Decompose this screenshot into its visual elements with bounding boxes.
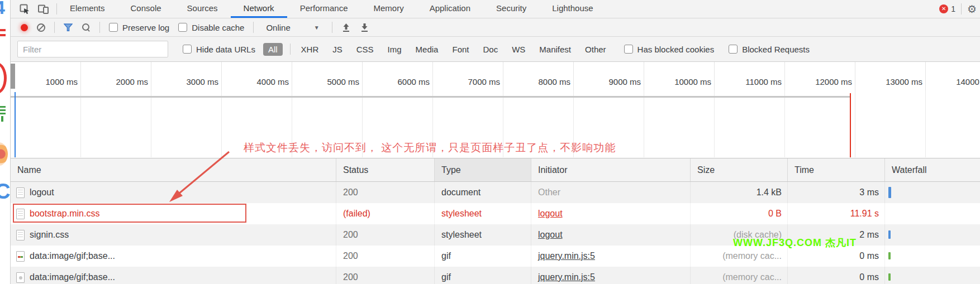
has-blocked-cookies-label: Has blocked cookies — [638, 45, 715, 54]
disable-cache-checkbox[interactable] — [178, 23, 187, 32]
column-header-waterfall[interactable]: Waterfall — [884, 158, 980, 181]
tab-sources[interactable]: Sources — [174, 0, 231, 18]
waterfall-bar — [888, 252, 891, 259]
column-header-time[interactable]: Time — [787, 158, 884, 181]
timeline-tick: 3000 ms — [151, 62, 222, 90]
timeline-tick: 11000 ms — [715, 62, 785, 90]
blocked-requests-control[interactable]: Blocked Requests — [729, 45, 810, 54]
waterfall-bar — [888, 187, 891, 198]
tab-elements[interactable]: Elements — [57, 0, 118, 18]
clear-button[interactable] — [37, 23, 45, 32]
device-toolbar-icon[interactable] — [38, 4, 49, 14]
timeline-tick: 9000 ms — [574, 62, 644, 90]
filter-pill-manifest[interactable]: Manifest — [536, 43, 574, 56]
filter-pill-media[interactable]: Media — [412, 43, 442, 56]
filter-pill-xhr[interactable]: XHR — [298, 43, 322, 56]
requests-table: Name Status Type Initiator Size Time Wat… — [11, 158, 980, 284]
initiator-link[interactable]: logout — [538, 209, 563, 219]
tab-console[interactable]: Console — [118, 0, 174, 18]
request-waterfall — [884, 224, 980, 246]
filter-input[interactable] — [17, 41, 168, 57]
has-blocked-cookies-control[interactable]: Has blocked cookies — [624, 45, 715, 54]
annotation-text: 样式文件丢失，访问不到， 这个无所谓，只是页面样子丑了点，不影响功能 — [244, 141, 616, 155]
preserve-log-checkbox[interactable] — [109, 23, 118, 32]
error-badge[interactable]: ✕ 1 — [939, 4, 955, 13]
filter-pill-ws[interactable]: WS — [508, 43, 529, 56]
request-type: document — [434, 182, 531, 203]
hide-data-urls-checkbox[interactable] — [183, 45, 192, 54]
tab-performance[interactable]: Performance — [287, 0, 361, 18]
tab-network[interactable]: Network — [231, 0, 287, 18]
disable-cache-control[interactable]: Disable cache — [178, 23, 244, 32]
table-header: Name Status Type Initiator Size Time Wat… — [11, 158, 980, 182]
blocked-requests-checkbox[interactable] — [729, 45, 738, 54]
throttling-dropdown[interactable]: Online ▼ — [263, 23, 322, 32]
table-row[interactable]: logout 200 document Other 1.4 kB 3 ms — [11, 182, 980, 203]
devtools-tab-bar: Elements Console Sources Network Perform… — [11, 0, 980, 18]
request-waterfall — [884, 267, 980, 284]
chevron-down-icon: ▼ — [314, 25, 320, 31]
document-file-icon — [16, 187, 25, 198]
network-overview[interactable]: 样式文件丢失，访问不到， 这个无所谓，只是页面样子丑了点，不影响功能 — [11, 90, 980, 157]
request-waterfall — [884, 203, 980, 224]
import-har-icon[interactable] — [341, 23, 351, 32]
separator — [54, 22, 55, 33]
request-time: 11.91 s — [787, 203, 884, 224]
export-har-icon[interactable] — [360, 23, 369, 32]
preserve-log-control[interactable]: Preserve log — [109, 23, 169, 32]
waterfall-bar — [888, 230, 891, 239]
timeline-ruler[interactable]: 1000 ms 2000 ms 3000 ms 4000 ms 5000 ms … — [11, 62, 980, 90]
filter-pill-all[interactable]: All — [263, 43, 283, 56]
has-blocked-cookies-checkbox[interactable] — [624, 45, 633, 54]
red-equals-fragment — [0, 29, 6, 39]
load-event-line — [850, 93, 851, 157]
left-strip: 4 C — [0, 0, 10, 284]
timeline-tick: 13000 ms — [855, 62, 926, 90]
settings-gear-icon[interactable]: ⚙ — [967, 3, 977, 16]
initiator-link[interactable]: logout — [538, 230, 563, 240]
hide-data-urls-control[interactable]: Hide data URLs — [183, 45, 255, 54]
network-toolbar: Preserve log Disable cache Online ▼ — [11, 18, 980, 37]
column-header-initiator[interactable]: Initiator — [531, 158, 690, 181]
tab-memory[interactable]: Memory — [361, 0, 417, 18]
timeline-tick: 2000 ms — [81, 62, 151, 90]
filter-funnel-icon[interactable] — [64, 23, 73, 32]
preserve-log-label: Preserve log — [122, 23, 169, 32]
inspect-element-icon[interactable] — [20, 4, 30, 15]
filter-pill-js[interactable]: JS — [329, 43, 346, 56]
timeline-tick: 12000 ms — [785, 62, 855, 90]
tab-lighthouse[interactable]: Lighthouse — [539, 0, 606, 18]
request-type: stylesheet — [434, 203, 531, 224]
request-status: 200 — [336, 246, 434, 267]
orange-icon-fragment — [0, 142, 8, 166]
watermark-text: WWW.JF3Q.COM 杰凡IT — [733, 236, 857, 249]
column-header-type[interactable]: Type — [434, 158, 531, 181]
initiator-link[interactable]: jquery.min.js:5 — [538, 272, 595, 282]
column-header-size[interactable]: Size — [690, 158, 787, 181]
request-initiator: Other — [531, 182, 690, 203]
filter-pill-img[interactable]: Img — [384, 43, 405, 56]
filter-pill-doc[interactable]: Doc — [479, 43, 501, 56]
filter-pill-css[interactable]: CSS — [353, 43, 377, 56]
request-status: 200 — [336, 182, 434, 203]
request-waterfall — [884, 246, 980, 267]
separator — [253, 22, 254, 33]
column-header-name[interactable]: Name — [11, 158, 336, 181]
filter-pill-other[interactable]: Other — [582, 43, 610, 56]
initiator-link[interactable]: jquery.min.js:5 — [538, 251, 595, 261]
blocked-requests-label: Blocked Requests — [742, 45, 810, 54]
record-button[interactable] — [21, 24, 28, 31]
image-file-icon — [16, 251, 25, 262]
tab-security[interactable]: Security — [483, 0, 539, 18]
filter-pill-font[interactable]: Font — [449, 43, 472, 56]
red-arc-fragment — [0, 62, 7, 94]
timeline-tick: 4000 ms — [222, 62, 292, 90]
timeline-drag-handle[interactable] — [11, 64, 15, 89]
column-header-status[interactable]: Status — [336, 158, 434, 181]
table-row[interactable]: bootstrap.min.css (failed) stylesheet lo… — [11, 203, 980, 224]
separator — [290, 44, 291, 55]
tab-application[interactable]: Application — [417, 0, 483, 18]
search-icon[interactable] — [82, 23, 91, 32]
timeline-tick: 14000 ms — [926, 62, 980, 90]
table-row[interactable]: data:image/gif;base... 200 gif jquery.mi… — [11, 267, 980, 284]
